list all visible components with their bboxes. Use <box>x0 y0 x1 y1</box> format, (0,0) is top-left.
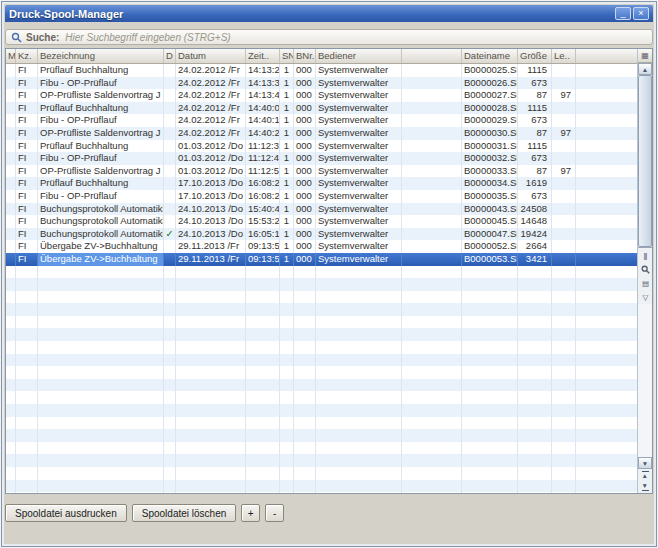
cell-m <box>6 467 16 480</box>
column-header-bediener[interactable]: Bediener <box>316 49 402 63</box>
table-row[interactable]: FIPrüflauf Buchhaltung17.10.2013 /Do16:0… <box>6 177 637 190</box>
table-row[interactable]: FIFibu - OP-Prüflauf17.10.2013 /Do16:08:… <box>6 190 637 203</box>
cell-bnr: 000 <box>294 190 316 203</box>
table-row-empty[interactable] <box>6 366 637 379</box>
table-row-empty[interactable] <box>6 266 637 279</box>
scroll-down-button[interactable]: ▼ <box>638 457 652 469</box>
table-row-empty[interactable] <box>6 341 637 354</box>
table-row[interactable]: FIÜbergabe ZV->Buchhaltung29.11.2013 /Fr… <box>6 253 637 266</box>
table-row-empty[interactable] <box>6 429 637 442</box>
column-header-kz[interactable]: Kz. <box>16 49 38 63</box>
column-header-le[interactable]: Le.. <box>552 49 576 63</box>
cell-d <box>164 391 176 404</box>
cell-filler <box>576 152 637 165</box>
table-row-empty[interactable] <box>6 328 637 341</box>
cell-extra <box>402 64 462 77</box>
minimize-button[interactable]: _ <box>615 7 631 20</box>
cell-groesse: 1115 <box>518 140 552 153</box>
remove-button[interactable]: - <box>265 504 284 522</box>
table-row-empty[interactable] <box>6 379 637 392</box>
table-row-empty[interactable] <box>6 303 637 316</box>
cell-groesse: 87 <box>518 165 552 178</box>
table-row[interactable]: FIOP-Prüfliste Saldenvortrag J01.03.2012… <box>6 165 637 178</box>
column-header-zeit[interactable]: Zeit.. <box>246 49 280 63</box>
cell-datum: 01.03.2012 /Do <box>176 152 246 165</box>
cell-extra <box>402 77 462 90</box>
table-row-empty[interactable] <box>6 354 637 367</box>
table-row-empty[interactable] <box>6 278 637 291</box>
jump-last-icon[interactable]: ▼ <box>638 481 652 493</box>
table-row[interactable]: FIFibu - OP-Prüflauf24.02.2012 /Fr14:40:… <box>6 114 637 127</box>
table-row[interactable]: FIPrüflauf Buchhaltung24.02.2012 /Fr14:1… <box>6 64 637 77</box>
table-row-empty[interactable] <box>6 391 637 404</box>
cell-bnr <box>294 480 316 493</box>
cell-extra <box>402 391 462 404</box>
cell-le <box>552 442 576 455</box>
table-row[interactable]: FIBuchungsprotokoll Automatikbuc✓24.10.2… <box>6 228 637 241</box>
column-header-dateiname[interactable]: Dateiname <box>462 49 518 63</box>
cell-kz <box>16 278 38 291</box>
column-header-datum[interactable]: Datum <box>176 49 246 63</box>
list-icon[interactable]: ▤ <box>638 276 652 290</box>
column-header-groesse[interactable]: Größe <box>518 49 552 63</box>
zoom-icon[interactable] <box>638 262 652 276</box>
cell-bnr <box>294 492 316 493</box>
table-row[interactable]: FIOP-Prüfliste Saldenvortrag J24.02.2012… <box>6 89 637 102</box>
cell-filler <box>576 253 637 266</box>
cell-d <box>164 328 176 341</box>
print-spool-button[interactable]: Spooldatei ausdrucken <box>5 504 127 522</box>
table-row-empty[interactable] <box>6 492 637 493</box>
column-header-snr[interactable]: SNr. <box>280 49 294 63</box>
delete-spool-button[interactable]: Spooldatei löschen <box>132 504 237 522</box>
column-header-m[interactable]: M <box>6 49 16 63</box>
table-row[interactable]: FIÜbergabe ZV->Buchhaltung29.11.2013 /Fr… <box>6 240 637 253</box>
table-row-empty[interactable] <box>6 316 637 329</box>
column-header-filler[interactable] <box>576 49 637 63</box>
cell-zeit <box>246 341 280 354</box>
column-header-bezeichnung[interactable]: Bezeichnung <box>38 49 164 63</box>
cell-kz <box>16 366 38 379</box>
table-row-empty[interactable] <box>6 480 637 493</box>
column-header-bnr[interactable]: BNr.. <box>294 49 316 63</box>
cell-datum: 01.03.2012 /Do <box>176 140 246 153</box>
table-row-empty[interactable] <box>6 291 637 304</box>
cell-bnr <box>294 454 316 467</box>
scrollbar-track[interactable] <box>638 304 652 457</box>
cell-bnr: 000 <box>294 253 316 266</box>
table-row[interactable]: FIBuchungsprotokoll Automatikbuc24.10.20… <box>6 215 637 228</box>
search-input[interactable] <box>63 31 647 44</box>
cell-filler <box>576 291 637 304</box>
cell-groesse <box>518 328 552 341</box>
filter-icon[interactable]: ▽ <box>638 290 652 304</box>
cell-snr: 1 <box>280 203 294 216</box>
cell-kz <box>16 467 38 480</box>
table-row[interactable]: FIFibu - OP-Prüflauf01.03.2012 /Do11:12:… <box>6 152 637 165</box>
column-header-d[interactable]: D <box>164 49 176 63</box>
table-row-empty[interactable] <box>6 417 637 430</box>
add-button[interactable]: + <box>241 504 260 522</box>
cell-d <box>164 278 176 291</box>
scrollbar-thumb[interactable] <box>638 75 652 247</box>
close-button[interactable]: × <box>633 7 649 20</box>
table-row-empty[interactable] <box>6 442 637 455</box>
cell-dateiname: B0000025.SPO <box>462 64 518 77</box>
table-row[interactable]: FIFibu - OP-Prüflauf24.02.2012 /Fr14:13:… <box>6 77 637 90</box>
table-row[interactable]: FIOP-Prüfliste Saldenvortrag J24.02.2012… <box>6 127 637 140</box>
table-row[interactable]: FIPrüflauf Buchhaltung01.03.2012 /Do11:1… <box>6 140 637 153</box>
cell-le <box>552 379 576 392</box>
table-row-empty[interactable] <box>6 454 637 467</box>
table-row-empty[interactable] <box>6 404 637 417</box>
columns-icon[interactable]: ||| <box>638 247 652 262</box>
table-row[interactable]: FIBuchungsprotokoll Automatikbuc24.10.20… <box>6 203 637 216</box>
table-row[interactable]: FIPrüflauf Buchhaltung24.02.2012 /Fr14:4… <box>6 102 637 115</box>
column-header-extra[interactable] <box>402 49 462 63</box>
cell-bezeichnung: Fibu - OP-Prüflauf <box>38 190 164 203</box>
titlebar[interactable]: Druck-Spool-Manager _ × <box>5 5 653 22</box>
scroll-up-button[interactable]: ▲ <box>638 63 652 75</box>
table-row-empty[interactable] <box>6 467 637 480</box>
search-bar[interactable]: Suche: <box>5 29 653 45</box>
jump-first-icon[interactable]: ▲ <box>638 469 652 481</box>
cell-snr: 1 <box>280 165 294 178</box>
table-options-icon[interactable]: ▦ <box>638 49 652 63</box>
cell-groesse <box>518 467 552 480</box>
